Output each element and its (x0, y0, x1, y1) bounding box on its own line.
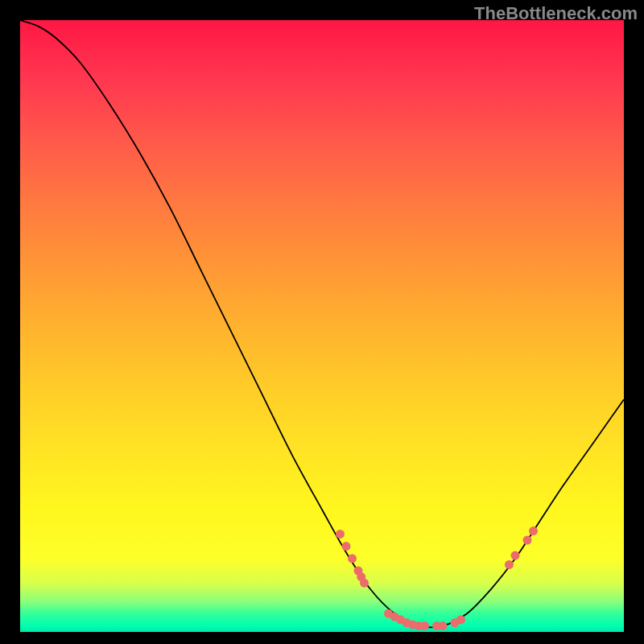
data-marker (342, 542, 351, 551)
data-marker (505, 560, 514, 569)
data-marker (511, 551, 520, 560)
data-marker (523, 536, 532, 545)
data-marker (420, 621, 429, 630)
chart-markers (336, 526, 538, 630)
chart-plot-area (20, 20, 624, 632)
data-marker (456, 615, 465, 624)
data-marker (336, 530, 345, 539)
bottleneck-curve (20, 20, 624, 627)
watermark-text: TheBottleneck.com (474, 3, 638, 24)
data-marker (529, 526, 538, 535)
chart-curve-layer (20, 20, 624, 632)
data-marker (348, 554, 357, 563)
data-marker (360, 579, 369, 588)
data-marker (439, 621, 448, 630)
